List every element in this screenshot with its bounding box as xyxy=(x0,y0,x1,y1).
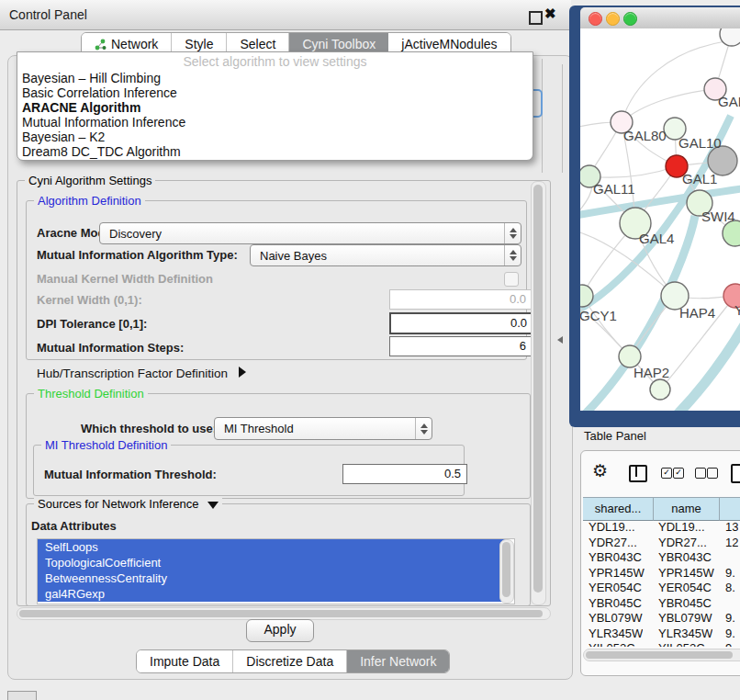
network-tab-icon xyxy=(95,39,107,51)
tab-discretize-data-label: Discretize Data xyxy=(246,654,333,669)
panel-splitter-grip[interactable] xyxy=(557,336,563,344)
mi-threshold-label: Mutual Information Threshold: xyxy=(44,468,217,481)
close-icon[interactable]: ✖ xyxy=(544,6,556,22)
column-header-shared[interactable]: shared... xyxy=(583,497,654,521)
tab-network-label: Network xyxy=(111,37,158,51)
table-panel-title: Table Panel xyxy=(584,429,646,443)
stepper-icon xyxy=(504,223,521,243)
sources-title-label: Sources for Network Inference xyxy=(38,497,199,511)
mi-steps-field[interactable]: 6 xyxy=(389,336,533,356)
network-graph[interactable]: GALGAL80GAL10GAL1GAL11SWI4GAL4GCY1HAP4YH… xyxy=(580,28,740,411)
network-window-titlebar[interactable] xyxy=(580,7,740,29)
aracne-mode-select[interactable]: Discovery xyxy=(99,222,521,244)
dropdown-item[interactable]: Mutual Information Inference xyxy=(17,115,533,130)
attributes-scrollbar-thumb[interactable] xyxy=(502,542,510,597)
float-window-icon[interactable] xyxy=(529,11,543,25)
table-body: YDL19...YDL19...13 YDR27...YDR27...12 YB… xyxy=(581,520,740,647)
minimize-traffic-light[interactable] xyxy=(606,12,620,26)
mi-steps-label: Mutual Information Steps: xyxy=(37,341,184,355)
screenshot-root: Control Panel ✖ Network Style Select Cyn… xyxy=(0,0,740,700)
bottom-tabs: Impute Data Discretize Data Infer Networ… xyxy=(136,649,450,673)
algorithm-dropdown-popup: Select algorithm to view settings Bayesi… xyxy=(17,51,533,161)
deselect-all-icon[interactable] xyxy=(695,468,706,479)
tab-impute-data[interactable]: Impute Data xyxy=(137,650,233,672)
table-panel: ⚙ ✓ ✓ shared... name YDL19...YDL19...13 … xyxy=(580,450,740,676)
expand-arrow-icon xyxy=(239,367,246,378)
algorithm-definition-title: Algorithm Definition xyxy=(34,194,145,208)
attribute-item-selected[interactable]: gal4RGexp xyxy=(38,586,507,602)
mi-type-value: Naive Bayes xyxy=(251,249,504,263)
dropdown-item[interactable]: Dream8 DC_TDC Algorithm xyxy=(17,144,533,159)
cyni-settings-title: Cyni Algorithm Settings xyxy=(25,174,155,187)
network-node[interactable] xyxy=(720,28,740,46)
which-threshold-select[interactable]: MI Threshold xyxy=(214,417,432,440)
select-all-checks-icon[interactable]: ✓ xyxy=(661,468,672,479)
hub-definition-toggle[interactable]: Hub/Transcription Factor Definition xyxy=(37,367,246,380)
collapse-arrow-icon xyxy=(207,502,219,509)
tab-cyni-toolbox-label: Cyni Toolbox xyxy=(302,37,376,51)
manual-kernel-checkbox[interactable] xyxy=(504,272,519,287)
network-node-label: HAP2 xyxy=(633,365,669,380)
attribute-item-selected[interactable]: SelfLoops xyxy=(38,539,507,555)
stepper-icon xyxy=(415,418,432,439)
tab-infer-network-label: Infer Network xyxy=(360,654,436,669)
which-threshold-value: MI Threshold xyxy=(215,422,415,435)
deselect-all-icon[interactable] xyxy=(707,468,718,479)
data-attributes-label: Data Attributes xyxy=(31,519,117,533)
dpi-tolerance-field[interactable]: 0.0 xyxy=(389,312,534,334)
select-all-checks-icon[interactable]: ✓ xyxy=(673,468,684,479)
network-edge xyxy=(589,166,677,177)
network-node-label: GAL xyxy=(718,94,740,109)
new-table-icon[interactable] xyxy=(731,464,740,483)
sources-title[interactable]: Sources for Network Inference xyxy=(34,497,222,511)
zoom-traffic-light[interactable] xyxy=(623,12,637,26)
mi-type-label: Mutual Information Algorithm Type: xyxy=(37,248,238,262)
tab-jactivemnodules-label: jActiveMNodules xyxy=(401,37,497,51)
table-hscrollbar[interactable] xyxy=(583,649,740,661)
dropdown-item[interactable]: Bayesian – Hill Climbing xyxy=(17,71,533,85)
mi-threshold-field[interactable]: 0.5 xyxy=(342,464,467,484)
dropdown-item[interactable]: Basic Correlation Inference xyxy=(17,85,533,100)
kernel-width-field[interactable]: 0.0 xyxy=(389,289,533,310)
network-node-label: GAL1 xyxy=(682,171,717,186)
network-node-label: Y xyxy=(734,302,740,318)
which-threshold-label: Which threshold to use: xyxy=(81,422,217,435)
tab-impute-data-label: Impute Data xyxy=(150,654,219,669)
manual-kernel-label: Manual Kernel Width Definition xyxy=(37,272,213,286)
kernel-width-label: Kernel Width (0,1): xyxy=(37,293,142,307)
apply-button[interactable]: Apply xyxy=(246,619,314,642)
network-node-label: GAL10 xyxy=(678,135,722,151)
columns-icon[interactable] xyxy=(629,465,647,482)
network-node[interactable] xyxy=(650,379,670,400)
tab-infer-network[interactable]: Infer Network xyxy=(347,650,449,672)
gear-icon[interactable]: ⚙ xyxy=(592,460,608,480)
network-node-label: GAL11 xyxy=(593,181,635,197)
collapsed-panel-icon[interactable] xyxy=(7,691,37,700)
data-attributes-list[interactable]: SelfLoops TopologicalCoefficient Between… xyxy=(37,538,515,604)
mi-type-select[interactable]: Naive Bayes xyxy=(250,244,521,266)
column-header-name[interactable]: name xyxy=(654,497,720,521)
close-traffic-light[interactable] xyxy=(589,12,602,26)
tab-select-label: Select xyxy=(240,37,275,51)
network-node-label: GCY1 xyxy=(580,308,617,323)
dropdown-item-aracne[interactable]: ARACNE Algorithm xyxy=(17,100,533,115)
network-node-label: GAL80 xyxy=(623,128,667,143)
column-header-cut[interactable] xyxy=(720,497,740,521)
attribute-item-selected[interactable]: BetweennessCentrality xyxy=(38,570,507,586)
attributes-scrollbar[interactable] xyxy=(499,539,514,604)
stepper-icon xyxy=(504,245,521,265)
tab-discretize-data[interactable]: Discretize Data xyxy=(233,650,347,672)
network-node-label: GAL4 xyxy=(639,231,674,246)
settings-hscrollbar[interactable] xyxy=(17,607,551,620)
settings-scrollbar-thumb[interactable] xyxy=(533,185,543,593)
settings-scrollbar[interactable] xyxy=(531,181,546,605)
table-hscrollbar-thumb[interactable] xyxy=(586,651,733,659)
settings-hscrollbar-thumb[interactable] xyxy=(19,610,543,617)
network-node-label: HAP4 xyxy=(679,305,715,321)
network-view-canvas[interactable]: GALGAL80GAL10GAL1GAL11SWI4GAL4GCY1HAP4YH… xyxy=(580,28,740,411)
attribute-item-selected[interactable]: TopologicalCoefficient xyxy=(38,555,507,570)
mi-threshold-group-title: MI Threshold Definition xyxy=(41,438,171,452)
hidden-groupbox-edge-2 xyxy=(562,64,563,173)
dropdown-prompt: Select algorithm to view settings xyxy=(17,52,533,71)
dropdown-item[interactable]: Bayesian – K2 xyxy=(17,130,533,144)
